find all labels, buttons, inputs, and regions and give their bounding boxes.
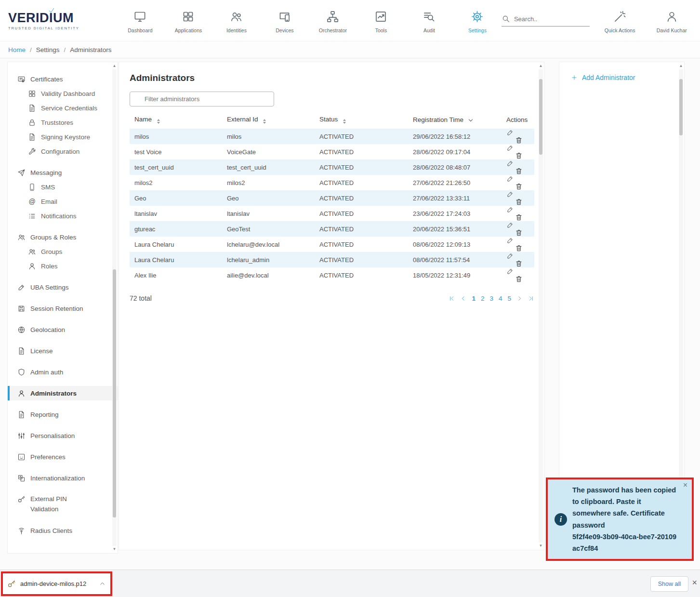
sidebar-scrollbar[interactable]: ▲ ▼ — [112, 64, 117, 552]
sidebar-item-session-retention[interactable]: Session Retention — [8, 301, 118, 316]
table-row[interactable]: Laura Chelaru lchelaru_admin ACTIVATED 0… — [130, 252, 534, 267]
edit-pencil-icon[interactable] — [506, 144, 514, 152]
nav-item-audit[interactable]: Audit — [405, 8, 453, 33]
nav-item-devices[interactable]: Devices — [261, 8, 309, 33]
scrollbar-thumb[interactable] — [539, 79, 542, 155]
downloaded-file-chip[interactable]: admin-device-milos.p12 — [1, 571, 112, 596]
breadcrumb-home[interactable]: Home — [8, 46, 26, 53]
page-number-5[interactable]: 5 — [507, 295, 511, 302]
scrollbar-thumb[interactable] — [679, 79, 683, 136]
sidebar-item-notifications[interactable]: Notifications — [8, 209, 118, 223]
table-row[interactable]: milos milos ACTIVATED 29/06/2022 16:58:1… — [130, 129, 534, 144]
sidebar-item-service-credentials[interactable]: Service Credentials — [8, 101, 118, 115]
sidebar-item-signing-keystore[interactable]: Signing Keystore — [8, 130, 118, 144]
edit-pencil-icon[interactable] — [506, 221, 514, 229]
scroll-up-icon[interactable]: ▲ — [679, 64, 683, 68]
sidebar-item-admin-auth[interactable]: Admin auth — [8, 365, 118, 379]
sidebar-item-administrators[interactable]: Administrators — [8, 386, 118, 400]
edit-pencil-icon[interactable] — [506, 190, 514, 198]
detail-panel-scrollbar[interactable]: ▲ ▼ — [678, 64, 684, 548]
table-row[interactable]: test Voice VoiceGate ACTIVATED 28/06/202… — [130, 144, 534, 159]
delete-trash-icon[interactable] — [515, 260, 523, 267]
delete-trash-icon[interactable] — [515, 136, 523, 144]
table-row[interactable]: Laura Chelaru lchelaru@dev.local ACTIVAT… — [130, 237, 534, 252]
sidebar-item-validity-dashboard[interactable]: Validity Dashboard — [8, 86, 118, 101]
scroll-down-icon[interactable]: ▼ — [113, 547, 117, 552]
quick-actions-button[interactable]: Quick Actions — [598, 8, 642, 33]
nav-item-dashboard[interactable]: Dashboard — [116, 8, 164, 33]
page-number-2[interactable]: 2 — [481, 295, 485, 302]
delete-trash-icon[interactable] — [515, 244, 523, 252]
chevron-up-icon[interactable] — [99, 580, 106, 587]
table-row[interactable]: ltanislav ltanislav ACTIVATED 23/06/2022… — [130, 206, 534, 221]
edit-pencil-icon[interactable] — [506, 206, 514, 213]
veridium-logo[interactable]: VERIDIUM TRUSTED DIGITAL IDENTITY — [8, 11, 103, 30]
nav-item-tools[interactable]: Tools — [357, 8, 405, 33]
sidebar-item-reporting[interactable]: Reporting — [8, 407, 118, 422]
table-row[interactable]: milos2 milos2 ACTIVATED 27/06/2022 21:26… — [130, 175, 534, 190]
sidebar-item-groups-roles[interactable]: Groups & Roles — [8, 230, 118, 244]
page-number-3[interactable]: 3 — [489, 295, 493, 302]
close-downloads-icon[interactable]: × — [692, 578, 697, 588]
sidebar-item-radius-clients[interactable]: Radius Clients — [8, 524, 118, 538]
column-header-external-id[interactable]: External Id — [222, 113, 315, 129]
sidebar-item-license[interactable]: License — [8, 344, 118, 358]
delete-trash-icon[interactable] — [515, 198, 523, 206]
main-scrollbar[interactable]: ▲ ▼ — [538, 64, 543, 548]
nav-item-identities[interactable]: Identities — [212, 8, 261, 33]
scrollbar-track[interactable] — [539, 69, 543, 543]
page-number-4[interactable]: 4 — [499, 295, 502, 302]
table-row[interactable]: gtureac GeoTest ACTIVATED 20/06/2022 15:… — [130, 221, 534, 237]
breadcrumb-settings[interactable]: Settings — [36, 46, 60, 53]
edit-pencil-icon[interactable] — [506, 237, 514, 244]
sidebar-item-preferences[interactable]: Preferences — [8, 450, 118, 464]
sidebar-item-messaging[interactable]: Messaging — [8, 165, 118, 180]
nav-item-applications[interactable]: Applications — [164, 8, 212, 33]
sidebar-item-roles[interactable]: Roles — [8, 259, 118, 273]
sidebar-item-personalisation[interactable]: Personalisation — [8, 428, 118, 443]
show-all-button[interactable]: Show all — [650, 576, 688, 592]
add-administrator-button[interactable]: Add Administrator — [571, 74, 684, 81]
column-header-status[interactable]: Status — [315, 113, 408, 129]
edit-pencil-icon[interactable] — [506, 267, 514, 275]
next-page-icon[interactable] — [516, 295, 523, 302]
sidebar-item-configuration[interactable]: Configuration — [8, 144, 118, 159]
column-header-registration-time[interactable]: Registration Time — [408, 113, 502, 129]
close-icon[interactable]: × — [683, 481, 687, 490]
sidebar-item-uba-settings[interactable]: UBA Settings — [8, 280, 118, 294]
delete-trash-icon[interactable] — [515, 167, 523, 175]
edit-pencil-icon[interactable] — [506, 252, 514, 260]
first-page-icon[interactable] — [449, 295, 455, 302]
user-menu[interactable]: David Kuchar — [650, 8, 693, 33]
scrollbar-track[interactable] — [679, 69, 683, 543]
search-input[interactable] — [514, 15, 586, 23]
delete-trash-icon[interactable] — [515, 213, 523, 221]
page-number-1[interactable]: 1 — [472, 295, 475, 302]
sidebar-item-groups[interactable]: Groups — [8, 244, 118, 259]
sidebar-item-certificates[interactable]: Certificates — [8, 72, 118, 86]
sidebar-item-geolocation[interactable]: Geolocation — [8, 322, 118, 337]
table-row[interactable]: Alex Ilie ailie@dev.local ACTIVATED 18/0… — [130, 267, 534, 283]
nav-item-orchestrator[interactable]: Orchestrator — [309, 8, 357, 33]
column-header-name[interactable]: Name — [130, 113, 222, 129]
sidebar-item-internationalization[interactable]: Internationalization — [8, 471, 118, 485]
delete-trash-icon[interactable] — [515, 152, 523, 159]
scroll-up-icon[interactable]: ▲ — [113, 64, 117, 68]
edit-pencil-icon[interactable] — [506, 175, 514, 183]
sidebar-item-sms[interactable]: SMS — [8, 180, 118, 194]
sidebar-item-external-pin-validation[interactable]: External PIN Validation — [8, 492, 118, 517]
scroll-up-icon[interactable]: ▲ — [539, 64, 543, 68]
delete-trash-icon[interactable] — [515, 183, 523, 190]
scrollbar-thumb[interactable] — [113, 269, 116, 517]
scrollbar-track[interactable] — [112, 69, 117, 546]
previous-page-icon[interactable] — [460, 295, 466, 302]
scroll-down-icon[interactable]: ▼ — [539, 544, 543, 548]
last-page-icon[interactable] — [528, 295, 534, 302]
table-row[interactable]: Geo Geo ACTIVATED 27/06/2022 13:33:11 — [130, 190, 534, 206]
table-row[interactable]: test_cert_uuid test_cert_uuid ACTIVATED … — [130, 159, 534, 175]
filter-administrators-input[interactable] — [130, 92, 274, 106]
sidebar-item-email[interactable]: @ Email — [8, 194, 118, 209]
edit-pencil-icon[interactable] — [506, 129, 514, 136]
sidebar-item-truststores[interactable]: Truststores — [8, 115, 118, 130]
delete-trash-icon[interactable] — [515, 275, 523, 283]
